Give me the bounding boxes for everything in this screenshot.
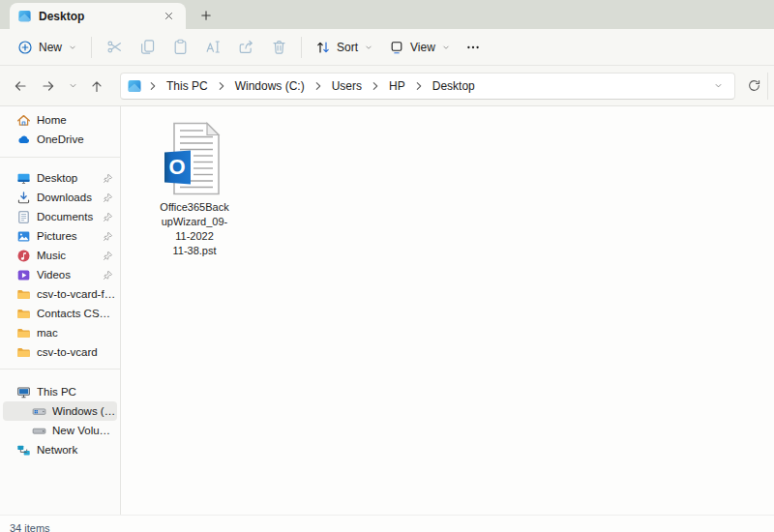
file-name-line: 11-2022 [160, 229, 228, 244]
up-button[interactable] [84, 74, 109, 99]
breadcrumb-hp[interactable]: HP [384, 77, 410, 95]
rename-button[interactable] [196, 33, 229, 62]
breadcrumb-chevron-icon [412, 79, 426, 93]
breadcrumb-chevron-icon [146, 79, 160, 93]
videos-icon [16, 268, 31, 282]
new-button[interactable]: New [10, 35, 85, 60]
view-icon [389, 40, 404, 55]
copy-button[interactable] [131, 33, 164, 62]
close-icon [163, 10, 175, 22]
sort-icon [315, 40, 331, 55]
breadcrumb-windows-c[interactable]: Windows (C:) [230, 77, 310, 95]
downloads-icon [16, 191, 31, 205]
back-arrow-icon [13, 78, 28, 94]
sidebar-item-label: Desktop [37, 172, 97, 184]
sidebar-item-csv-to-vcard[interactable]: csv-to-vcard [3, 342, 117, 362]
paste-button[interactable] [164, 33, 196, 62]
breadcrumb-address-field[interactable]: This PC Windows (C:) Users HP Desktop [120, 73, 735, 100]
back-button[interactable] [8, 74, 33, 99]
pin-icon [103, 231, 113, 242]
file-name-label: Office365Back upWizard_09- 11-2022 11-38… [160, 200, 228, 258]
view-button[interactable]: View [381, 35, 459, 60]
sidebar-item-label: mac [37, 327, 117, 339]
toolbar-divider [91, 37, 92, 58]
sidebar-item-contacts-csv-files[interactable]: Contacts CSV FIles [3, 304, 117, 323]
sort-button-label: Sort [337, 41, 358, 54]
pin-icon [103, 192, 113, 203]
close-tab-button[interactable] [159, 7, 178, 26]
sidebar-item-mac[interactable]: mac [3, 323, 117, 342]
sidebar-item-label: Downloads [37, 192, 97, 203]
recent-locations-button[interactable] [64, 74, 81, 99]
sidebar-item-label: csv-to-vcard-files [37, 288, 117, 300]
sidebar-item-csv-to-vcard-files[interactable]: csv-to-vcard-files [3, 284, 117, 304]
file-item-pst[interactable]: Office365Back upWizard_09- 11-2022 11-38… [150, 122, 239, 258]
recent-locations-chevron-icon [68, 80, 78, 91]
pin-icon [103, 173, 113, 184]
breadcrumb-chevron-icon [312, 79, 325, 93]
tab-label: Desktop [39, 10, 152, 23]
file-list-area[interactable]: Office365Back upWizard_09- 11-2022 11-38… [121, 106, 774, 515]
items-count: 34 items [10, 522, 50, 532]
chevron-down-icon [441, 43, 451, 52]
sidebar-item-label: OneDrive [37, 133, 117, 145]
refresh-button[interactable] [741, 74, 766, 99]
file-name-line: 11-38.pst [160, 244, 228, 258]
sidebar-item-videos[interactable]: Videos [3, 265, 117, 284]
sidebar-item-downloads[interactable]: Downloads [3, 188, 117, 207]
desktop-folder-icon [17, 9, 32, 23]
rename-icon [205, 39, 222, 55]
share-button[interactable] [229, 33, 262, 62]
forward-button[interactable] [36, 74, 61, 99]
tab-strip: Desktop [0, 0, 774, 29]
sidebar-item-windows-c[interactable]: Windows (C:) [3, 401, 117, 421]
desktop-icon [16, 171, 31, 186]
sidebar-item-new-volume-d[interactable]: New Volume (D:) [3, 421, 117, 440]
pin-icon [103, 251, 113, 261]
address-bar: This PC Windows (C:) Users HP Desktop [0, 66, 774, 106]
cut-button[interactable] [98, 33, 131, 62]
breadcrumb-chevron-icon [369, 79, 382, 93]
chevron-down-icon [68, 43, 77, 52]
sidebar-item-pictures[interactable]: Pictures [3, 226, 117, 246]
pictures-icon [16, 229, 31, 244]
sidebar-item-label: Home [37, 114, 117, 126]
more-options-button[interactable] [459, 33, 488, 62]
sidebar-item-onedrive[interactable]: OneDrive [3, 130, 117, 149]
delete-icon [271, 39, 287, 55]
plus-icon [199, 9, 213, 22]
sidebar-item-label: New Volume (D:) [52, 425, 117, 436]
sidebar-item-network[interactable]: Network [3, 440, 117, 459]
sidebar-divider [0, 157, 120, 158]
breadcrumb-users[interactable]: Users [327, 77, 367, 95]
outlook-pst-file-icon [164, 122, 224, 195]
folder-icon [16, 326, 31, 340]
forward-arrow-icon [41, 78, 56, 94]
sidebar-item-music[interactable]: Music [3, 246, 117, 265]
new-tab-button[interactable] [194, 3, 219, 28]
file-name-line: Office365Back [160, 200, 228, 215]
sidebar-item-this-pc[interactable]: This PC [3, 382, 117, 401]
sidebar-divider [0, 369, 120, 369]
folder-icon [16, 307, 31, 321]
tab-desktop[interactable]: Desktop [10, 3, 186, 29]
sort-button[interactable]: Sort [308, 35, 381, 60]
pin-icon [103, 270, 113, 281]
sidebar-item-desktop[interactable]: Desktop [3, 168, 117, 188]
command-toolbar: New Sort View [0, 29, 774, 66]
share-icon [238, 39, 254, 55]
this-pc-icon [16, 385, 31, 399]
breadcrumb-this-pc[interactable]: This PC [162, 77, 213, 95]
plus-circle-icon [17, 40, 33, 55]
up-arrow-icon [89, 78, 104, 94]
address-dropdown-button[interactable] [707, 75, 729, 97]
navigation-pane: Home OneDrive Desktop Downloads Document… [0, 106, 121, 515]
breadcrumb-chevron-icon [215, 79, 228, 93]
sidebar-item-label: Network [37, 444, 117, 456]
sidebar-item-documents[interactable]: Documents [3, 207, 117, 226]
sidebar-item-home[interactable]: Home [3, 110, 117, 130]
cut-icon [106, 39, 123, 55]
breadcrumb-desktop[interactable]: Desktop [428, 77, 480, 95]
search-box-edge [767, 73, 768, 100]
delete-button[interactable] [262, 33, 295, 62]
